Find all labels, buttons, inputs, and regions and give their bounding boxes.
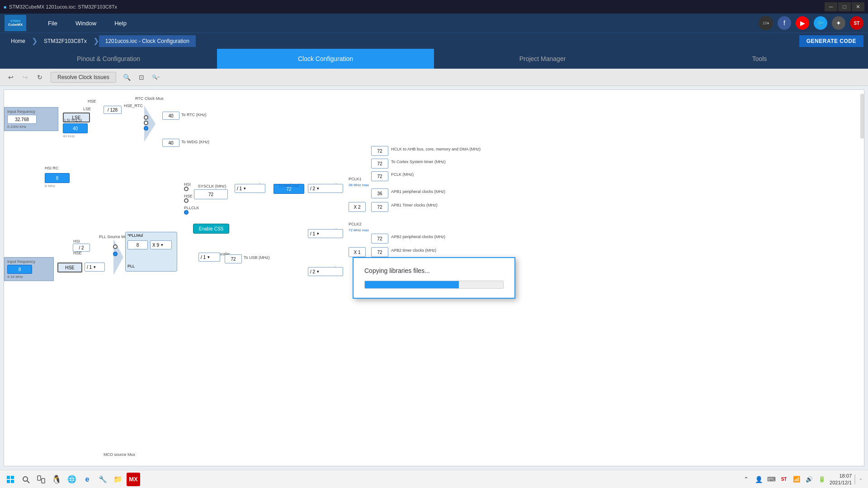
input-freq-1-unit: 0-1000 KHz [7, 125, 55, 129]
usb-pre-select[interactable]: / 1 [198, 253, 220, 262]
tab-tools[interactable]: Tools [651, 49, 868, 69]
twitter-icon[interactable]: 🐦 [814, 16, 827, 30]
sysclk-col: SYSCLK (MHz) 72 [194, 184, 230, 199]
tab-clock[interactable]: Clock Configuration [217, 49, 434, 69]
logo-area: STM32 CubeMX [5, 15, 30, 31]
version-badge: 10♦ [759, 16, 773, 30]
volume-icon[interactable]: 🔊 [804, 474, 814, 484]
show-desktop-icon[interactable]: ▫ [854, 474, 864, 484]
x2-box: X 2 [349, 202, 366, 212]
battery-icon[interactable]: 🔋 [817, 474, 827, 484]
hsi-rc-label: HSI RC [45, 166, 59, 170]
st-systray-icon[interactable]: ST [779, 474, 789, 484]
taskview-button[interactable] [34, 473, 48, 486]
svg-rect-0 [7, 476, 10, 479]
tab-pinout[interactable]: Pinout & Configuration [0, 49, 217, 69]
maximize-button[interactable]: □ [838, 2, 851, 11]
minimize-button[interactable]: ─ [825, 2, 837, 11]
st-icon[interactable]: ST [850, 16, 863, 30]
apb1-periph-val: 36 [371, 188, 388, 198]
clock-time: 18:07 [830, 473, 852, 479]
hse-box: HSE [57, 263, 82, 272]
menubar-right: 10♦ f ▶ 🐦 ✦ ST [759, 16, 863, 30]
apb1-pre-select[interactable]: / 2 [308, 184, 343, 193]
svg-rect-6 [38, 476, 41, 480]
hclk-max-label: 72 MHz max [274, 184, 304, 188]
search-taskbar-button[interactable] [19, 473, 33, 486]
svg-rect-3 [11, 480, 14, 483]
hsi-pll-label: HSI [73, 239, 80, 244]
sysclk-val-box: 72 [194, 189, 228, 199]
lse-label: LSE [83, 107, 91, 111]
rtc-radio-lsi[interactable] [144, 126, 148, 131]
browser-icon[interactable]: 🌐 [65, 473, 79, 486]
zoom-out-button[interactable]: 🔍− [150, 71, 162, 83]
mco-label: MCO source Mux [104, 452, 135, 457]
pllclk-label: PLLCLK [184, 206, 199, 210]
menu-window[interactable]: Window [66, 16, 105, 30]
svg-rect-7 [42, 479, 45, 483]
rtc-val-box: 40 [162, 112, 179, 120]
redo-button[interactable]: ↪ [19, 71, 32, 83]
pllmul-val-box: 8 [127, 240, 148, 249]
pll-radio-hse[interactable] [113, 252, 118, 256]
ahb-pre-select[interactable]: / 1 [235, 184, 265, 193]
keyboard-icon[interactable]: ⌨ [766, 474, 776, 484]
hsi-val-box: 8 [45, 173, 70, 183]
x9-select[interactable]: X 9 [150, 240, 172, 249]
scrollbar-right[interactable] [860, 94, 864, 139]
apb2-periph-val: 72 [371, 234, 388, 244]
pll-radio-hsi[interactable] [113, 244, 118, 249]
clock-diagram: RTC Clock Mux / 128 HSE HSE_RTC Input fr… [4, 89, 864, 466]
lsi-unit-label: 40 KHz [63, 134, 75, 138]
refresh-button[interactable]: ↻ [33, 71, 46, 83]
network-icon[interactable]: ✦ [832, 16, 845, 30]
nav-home[interactable]: Home [5, 35, 32, 47]
rtc-radio-hse[interactable] [144, 115, 148, 120]
enable-css-button[interactable]: Enable CSS [193, 224, 229, 234]
zoom-in-button[interactable]: 🔍 [121, 71, 133, 83]
close-button[interactable]: ✕ [852, 2, 864, 11]
penguin-icon[interactable]: 🐧 [50, 473, 63, 486]
clock-date: 2021/12/1 [830, 479, 852, 486]
tools-icon[interactable]: 🔧 [96, 473, 109, 486]
generate-code-button[interactable]: GENERATE CODE [799, 35, 863, 47]
sysclk-radio-pll[interactable] [184, 210, 189, 215]
windows-button[interactable] [4, 473, 17, 486]
app-logo-text: ■ [4, 5, 6, 9]
fit-button[interactable]: ⊡ [135, 71, 148, 83]
sysclk-radio-hse[interactable] [184, 198, 189, 203]
wifi-icon[interactable]: 📶 [792, 474, 802, 484]
system-tray-arrow[interactable]: ⌃ [741, 474, 751, 484]
toolbar: ↩ ↪ ↻ Resolve Clock Issues 🔍 ⊡ 🔍− [0, 69, 868, 86]
input-freq-2-val: 8 [7, 265, 32, 274]
cortex-label: To Cortex System timer (MHz) [391, 160, 446, 164]
input-freq-2-unit: 4-16 MHz [7, 275, 51, 279]
hse-pll-label: HSE [73, 251, 82, 255]
adc-pre-select[interactable]: / 2 [308, 267, 343, 276]
hse-div1-select[interactable]: / 1 [85, 263, 105, 272]
tab-project[interactable]: Project Manager [434, 49, 651, 69]
nav-breadcrumb2[interactable]: 1201ucos.ioc - Clock Configuration [99, 35, 196, 47]
apb1-timer-label: APB1 Timer clocks (MHz) [391, 203, 438, 207]
resolve-clock-button[interactable]: Resolve Clock Issues [51, 72, 116, 83]
titlebar-left: ■ STM32CubeMX 1201ucos.ioc: STM32F103C8T… [4, 4, 117, 9]
input-freq-1-container: Input frequency 32.768 0-1000 KHz [4, 107, 58, 131]
ie-icon[interactable]: e [80, 473, 94, 486]
apb2-pre-select[interactable]: / 1 [308, 229, 343, 238]
menu-file[interactable]: File [39, 16, 66, 30]
folder-icon[interactable]: 📁 [111, 473, 125, 486]
hse-rtc-label: HSE [88, 99, 96, 103]
menu-help[interactable]: Help [105, 16, 136, 30]
rtc-radio-lse[interactable] [144, 121, 148, 125]
facebook-icon[interactable]: f [778, 16, 791, 30]
mx-taskbar-icon[interactable]: MX [127, 473, 140, 486]
youtube-icon[interactable]: ▶ [796, 16, 809, 30]
pll-label: PLL [127, 264, 135, 268]
hsi-mux-label: HSI [184, 182, 191, 187]
navbar: Home ❯ STM32F103C8Tx ❯ 1201ucos.ioc - Cl… [0, 33, 868, 49]
nav-breadcrumb1[interactable]: STM32F103C8Tx [38, 35, 93, 47]
sysclk-radio-hsi[interactable] [184, 187, 189, 191]
person-icon[interactable]: 👤 [754, 474, 764, 484]
undo-button[interactable]: ↩ [5, 71, 17, 83]
